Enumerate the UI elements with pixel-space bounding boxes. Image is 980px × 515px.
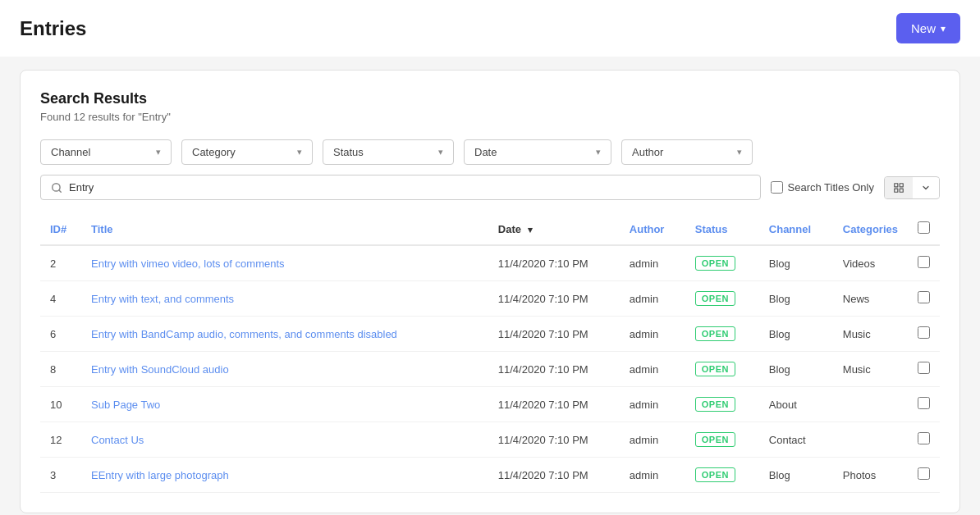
col-header-channel: Channel [759, 213, 833, 245]
cell-id: 6 [40, 317, 81, 352]
select-all-checkbox[interactable] [918, 221, 930, 234]
cell-checkbox[interactable] [908, 458, 940, 493]
channel-filter[interactable]: Channel ▾ [40, 139, 172, 165]
cell-title: Entry with text, and comments [81, 281, 488, 317]
grid-view-button[interactable] [885, 177, 913, 198]
grid-icon [893, 182, 904, 194]
cell-checkbox[interactable] [908, 245, 940, 281]
cell-title: Sub Page Two [81, 387, 488, 422]
cell-categories [833, 387, 908, 422]
svg-rect-2 [895, 183, 898, 186]
cell-checkbox[interactable] [908, 317, 940, 352]
new-button-label: New [911, 21, 936, 35]
cell-categories: Music [833, 352, 908, 387]
table-row: 10 Sub Page Two 11/4/2020 7:10 PM admin … [40, 387, 940, 422]
chevron-down-view-button[interactable] [913, 178, 939, 198]
cell-id: 2 [40, 245, 81, 281]
cell-author: admin [620, 422, 685, 458]
row-select-checkbox[interactable] [918, 432, 930, 444]
cell-date: 11/4/2020 7:10 PM [488, 281, 620, 317]
svg-rect-4 [895, 189, 898, 192]
cell-id: 10 [40, 387, 81, 422]
cell-author: admin [620, 245, 685, 281]
row-select-checkbox[interactable] [918, 397, 930, 409]
col-header-date[interactable]: Date ▾ [488, 213, 620, 245]
table-row: 6 Entry with BandCamp audio, comments, a… [40, 317, 940, 352]
cell-categories: Music [833, 317, 908, 352]
page-header: Entries New ▾ [0, 0, 980, 57]
entry-title-link[interactable]: Entry with SoundCloud audio [91, 363, 229, 376]
row-select-checkbox[interactable] [918, 362, 930, 374]
table-row: 2 Entry with vimeo video, lots of commen… [40, 245, 940, 281]
search-input[interactable] [69, 181, 750, 194]
status-filter-arrow: ▾ [438, 147, 443, 157]
cell-id: 3 [40, 458, 81, 493]
author-filter[interactable]: Author ▾ [621, 139, 753, 165]
cell-checkbox[interactable] [908, 422, 940, 458]
search-titles-text: Search Titles Only [788, 181, 875, 194]
cell-channel: Blog [759, 281, 833, 317]
cell-title: Entry with vimeo video, lots of comments [81, 245, 488, 281]
col-header-id: ID# [40, 213, 81, 245]
date-filter-label: Date [474, 146, 497, 158]
cell-status: OPEN [685, 387, 759, 422]
table-header-row: ID# Title Date ▾ Author Status Channel C… [40, 213, 940, 245]
row-select-checkbox[interactable] [918, 467, 930, 480]
status-badge: OPEN [695, 397, 735, 412]
cell-channel: Blog [759, 317, 833, 352]
entry-title-link[interactable]: Contact Us [91, 434, 144, 446]
search-titles-checkbox[interactable] [771, 181, 783, 194]
category-filter[interactable]: Category ▾ [181, 139, 313, 165]
entry-title-link[interactable]: Entry with BandCamp audio, comments, and… [91, 328, 397, 340]
cell-date: 11/4/2020 7:10 PM [488, 317, 620, 352]
view-toggle [884, 176, 940, 199]
col-header-select-all[interactable] [908, 213, 940, 245]
author-filter-arrow: ▾ [737, 147, 742, 157]
new-button[interactable]: New ▾ [896, 13, 960, 43]
date-filter[interactable]: Date ▾ [464, 139, 611, 165]
table-row: 8 Entry with SoundCloud audio 11/4/2020 … [40, 352, 940, 387]
entry-title-link[interactable]: Entry with vimeo video, lots of comments [91, 258, 285, 270]
cell-categories: News [833, 281, 908, 317]
search-titles-label[interactable]: Search Titles Only [771, 181, 875, 194]
cell-categories: Photos [833, 458, 908, 493]
cell-checkbox[interactable] [908, 352, 940, 387]
cell-categories [833, 422, 908, 458]
entry-title-link[interactable]: Entry with text, and comments [91, 293, 234, 305]
col-header-title: Title [81, 213, 488, 245]
entries-table-wrapper: ID# Title Date ▾ Author Status Channel C… [40, 213, 940, 493]
cell-status: OPEN [685, 317, 759, 352]
status-badge: OPEN [695, 256, 735, 271]
chevron-down-icon [921, 183, 931, 193]
cell-status: OPEN [685, 281, 759, 317]
cell-date: 11/4/2020 7:10 PM [488, 387, 620, 422]
col-header-status: Status [685, 213, 759, 245]
cell-author: admin [620, 352, 685, 387]
cell-author: admin [620, 387, 685, 422]
cell-author: admin [620, 458, 685, 493]
cell-id: 4 [40, 281, 81, 317]
status-badge: OPEN [695, 467, 735, 482]
svg-line-1 [59, 189, 62, 192]
table-row: 12 Contact Us 11/4/2020 7:10 PM admin OP… [40, 422, 940, 458]
status-badge: OPEN [695, 432, 735, 447]
table-row: 4 Entry with text, and comments 11/4/202… [40, 281, 940, 317]
entries-table: ID# Title Date ▾ Author Status Channel C… [40, 213, 940, 493]
cell-title: EEntry with large photograph [81, 458, 488, 493]
entry-title-link[interactable]: EEntry with large photograph [91, 469, 229, 481]
cell-author: admin [620, 317, 685, 352]
row-select-checkbox[interactable] [918, 291, 930, 303]
cell-channel: Blog [759, 458, 833, 493]
category-filter-label: Category [192, 146, 236, 158]
row-select-checkbox[interactable] [918, 256, 930, 268]
channel-filter-arrow: ▾ [156, 147, 161, 157]
entry-title-link[interactable]: Sub Page Two [91, 399, 160, 411]
cell-checkbox[interactable] [908, 387, 940, 422]
page-title: Entries [20, 17, 86, 40]
status-filter[interactable]: Status ▾ [323, 139, 454, 165]
cell-checkbox[interactable] [908, 281, 940, 317]
row-select-checkbox[interactable] [918, 326, 930, 339]
cell-date: 11/4/2020 7:10 PM [488, 352, 620, 387]
svg-rect-5 [900, 189, 903, 192]
col-header-categories: Categories [833, 213, 908, 245]
